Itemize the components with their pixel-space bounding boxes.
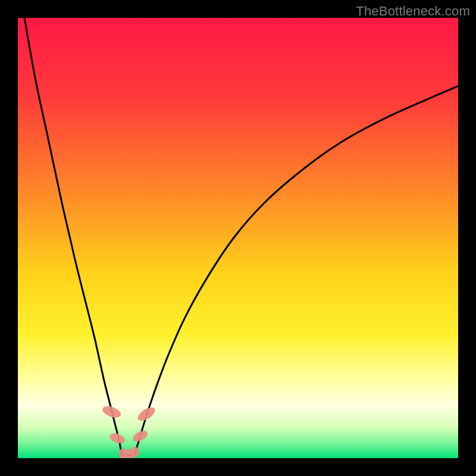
plot-area [18,18,458,458]
marker-floor-3 [130,447,139,458]
chart-container: TheBottleneck.com [0,0,476,476]
chart-svg [18,18,458,458]
gradient-background [18,18,458,458]
watermark-text: TheBottleneck.com [356,4,470,19]
